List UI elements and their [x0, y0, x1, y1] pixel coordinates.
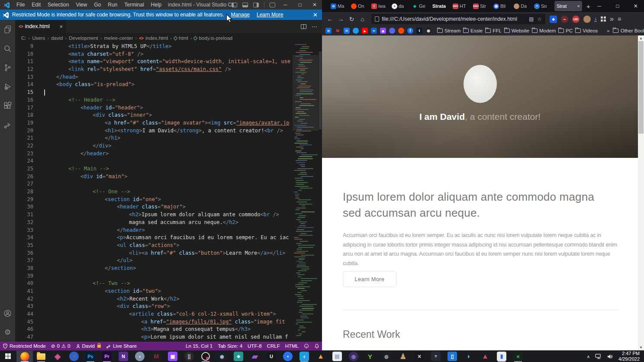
steam[interactable]: ◉ [214, 351, 230, 362]
code-line-11[interactable]: 11<meta name="viewport" content="width=d… [15, 58, 322, 66]
code-line-34[interactable]: 34<p>Accumsan orci faucibus id eu lorem … [15, 234, 322, 242]
ud-icon[interactable]: UD [572, 16, 580, 23]
line-number[interactable]: 34 [15, 234, 33, 242]
code-line-18[interactable]: 18<div class="inner"> [15, 112, 322, 119]
line-number[interactable]: 18 [15, 112, 33, 119]
toggle-sidebar-icon[interactable] [232, 3, 237, 7]
line-number[interactable]: 15 [15, 89, 33, 96]
scroll-down-icon[interactable]: ▼ [638, 345, 644, 350]
calendar-icon[interactable]: 31 [344, 28, 350, 34]
browser-tab-1[interactable]: On [351, 1, 370, 11]
line-number[interactable]: 39 [15, 272, 33, 280]
scrollbar-thumb[interactable] [638, 41, 644, 134]
code-line-13[interactable]: 13</head> [15, 74, 322, 81]
wireframe-app[interactable]: ◈ [49, 351, 66, 362]
dolphin-emulator[interactable]: ◖ [132, 351, 148, 362]
code-line-40[interactable]: 40<!-- Two --> [15, 280, 322, 288]
code-editor[interactable]: 9<title>Strata by HTML5 UP</title>10<met… [15, 43, 322, 342]
line-number[interactable]: 16 [15, 96, 33, 104]
code-line-33[interactable]: 33</header> [15, 227, 322, 234]
line-number[interactable]: 20 [15, 127, 33, 135]
browser-tab-10[interactable]: •So [534, 1, 554, 11]
menu-go[interactable]: Go [90, 0, 104, 10]
home-icon[interactable]: ⌂ [357, 16, 368, 22]
pawn-app[interactable]: ♟ [395, 351, 411, 362]
reader-mode-icon[interactable]: ▤ [529, 16, 534, 22]
bookmark-folder-modem[interactable]: Modem [532, 28, 556, 33]
search-icon[interactable] [0, 39, 15, 58]
code-line-25[interactable]: 25<!-- Main --> [15, 165, 322, 173]
menu-edit[interactable]: Edit [28, 0, 44, 10]
menu-file[interactable]: File [13, 0, 28, 10]
premiere[interactable]: Pr [99, 351, 115, 362]
status-item-4[interactable]: HTML [283, 342, 301, 350]
outlook-icon[interactable]: o [325, 28, 332, 34]
live-share-icon[interactable] [0, 115, 15, 134]
browser-minimize-button[interactable]: ─ [590, 0, 609, 12]
green-x-app[interactable]: × [510, 351, 526, 362]
code-line-47[interactable]: 47<p>Lorem ipsum dolor sit amet nisl sed… [15, 333, 322, 341]
menu-terminal[interactable]: Terminal [121, 0, 147, 10]
code-line-23[interactable]: 23</header> [15, 150, 322, 158]
line-number[interactable]: 26 [15, 173, 33, 181]
line-number[interactable]: 33 [15, 227, 33, 234]
status-item-1[interactable]: Tab Size: 4 [215, 342, 245, 350]
profile-avatar-icon[interactable] [583, 16, 591, 23]
line-number[interactable]: 43 [15, 303, 33, 311]
overflow-chevrons-icon[interactable]: » [610, 15, 614, 23]
menu-view[interactable]: View [72, 0, 90, 10]
settings-gear-icon[interactable]: ⚙ [0, 323, 15, 342]
code-line-10[interactable]: 10<meta charset="utf-8" /> [15, 51, 322, 58]
line-number[interactable]: 40 [15, 280, 33, 288]
line-number[interactable]: 47 [15, 333, 33, 341]
reload-icon[interactable]: ↻ [346, 16, 357, 22]
bookmark-folder-ffl[interactable]: FFL [485, 28, 501, 33]
minimap[interactable] [293, 43, 319, 342]
line-number[interactable]: 19 [15, 119, 33, 127]
line-number[interactable]: 42 [15, 295, 33, 303]
vscode[interactable]: ‹ [296, 351, 312, 362]
code-line-32[interactable]: 32magna sed accumsan arcu neque.</h2> [15, 219, 322, 227]
code-line-19[interactable]: 19<a href="#" class="image avatar"><img … [15, 119, 322, 127]
code-line-46[interactable]: 46<h3>Magna sed consequat tempus</h3> [15, 326, 322, 333]
learn-more-button[interactable]: Learn More [343, 271, 396, 287]
your-phone[interactable]: ▯ [444, 351, 460, 362]
crest-app[interactable]: ▼ [428, 351, 444, 362]
clock[interactable]: 2:47 PM 4/29/2022 [618, 351, 640, 362]
code-line-37[interactable]: 37</ul> [15, 257, 322, 265]
prism-app[interactable]: ▲ [477, 351, 493, 362]
photoshop[interactable]: Ps [82, 351, 99, 362]
line-number[interactable]: 38 [15, 265, 33, 272]
breadcrumb-item[interactable]: body.is-preload [194, 35, 232, 41]
active-tab[interactable]: Strat × [554, 1, 582, 11]
browser-tab-5[interactable]: Strata [432, 1, 452, 11]
feedback-icon[interactable] [301, 342, 312, 350]
browser-tab-6[interactable]: HSUHT [453, 1, 472, 11]
browser-tab-3[interactable]: ●da [392, 1, 411, 11]
twitter-icon[interactable] [353, 28, 359, 34]
line-number[interactable]: 17 [15, 104, 33, 112]
new-tab-button[interactable]: + [586, 3, 590, 10]
status-item-3[interactable]: CRLF [264, 342, 283, 350]
code-line-16[interactable]: 16<!-- Header --> [15, 96, 322, 104]
menu-selection[interactable]: Selection [44, 0, 72, 10]
account-status[interactable]: David [73, 342, 103, 350]
source-control-icon[interactable] [0, 58, 15, 77]
bookmark-star-icon[interactable]: ☆ [537, 16, 542, 22]
line-number[interactable]: 35 [15, 242, 33, 250]
toggle-panel-icon[interactable] [242, 3, 248, 7]
line-number[interactable]: 32 [15, 219, 33, 227]
breadcrumb-item[interactable]: html [174, 35, 188, 41]
grid-dots-app[interactable]: ⣿ [181, 351, 197, 362]
code-line-28[interactable]: 28<!-- One --> [15, 188, 322, 196]
window-app[interactable]: ▮ [493, 351, 510, 362]
code-line-35[interactable]: 35<ul class="actions"> [15, 242, 322, 250]
discord-icon[interactable] [389, 28, 395, 34]
tray-chevron-icon[interactable]: ∧ [587, 354, 590, 359]
extensions-icon[interactable] [0, 96, 15, 115]
line-number[interactable]: 36 [15, 250, 33, 257]
manage-link[interactable]: Manage [231, 12, 250, 18]
breadcrumb-item[interactable]: <>index.html [139, 35, 168, 41]
start-button[interactable] [0, 351, 16, 362]
line-number[interactable]: 28 [15, 188, 33, 196]
